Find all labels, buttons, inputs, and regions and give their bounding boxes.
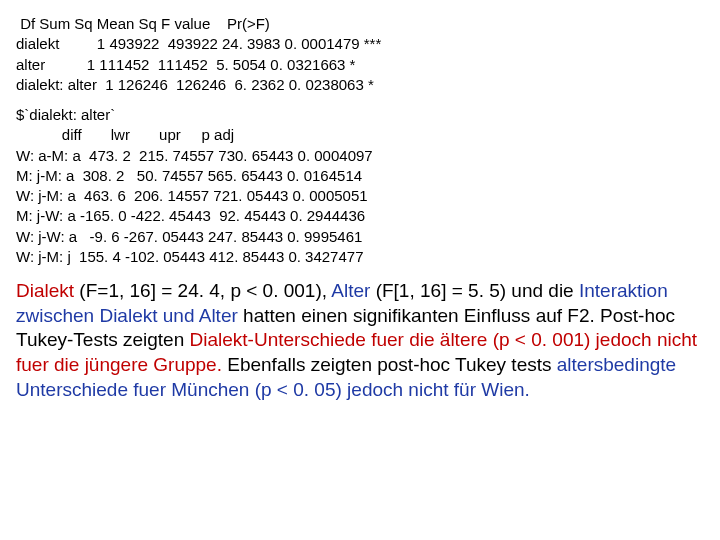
text: (F=1, 16] = 24. 4, p < 0. 001): [79, 280, 321, 301]
anova-block: Df Sum Sq Mean Sq F value Pr(>F) dialekt…: [16, 14, 704, 95]
result-paragraph: Dialekt (F=1, 16] = 24. 4, p < 0. 001), …: [16, 279, 704, 402]
text: (F[1, 16] = 5. 5) und die: [376, 280, 579, 301]
tukey-block: $`dialekt: alter` diff lwr upr p adj W: …: [16, 105, 704, 267]
text: ,: [322, 280, 332, 301]
term-dialekt: Dialekt: [16, 280, 79, 301]
term-alter: Alter: [331, 280, 375, 301]
text: Ebenfalls zeigten post-hoc Tukey tests: [227, 354, 557, 375]
